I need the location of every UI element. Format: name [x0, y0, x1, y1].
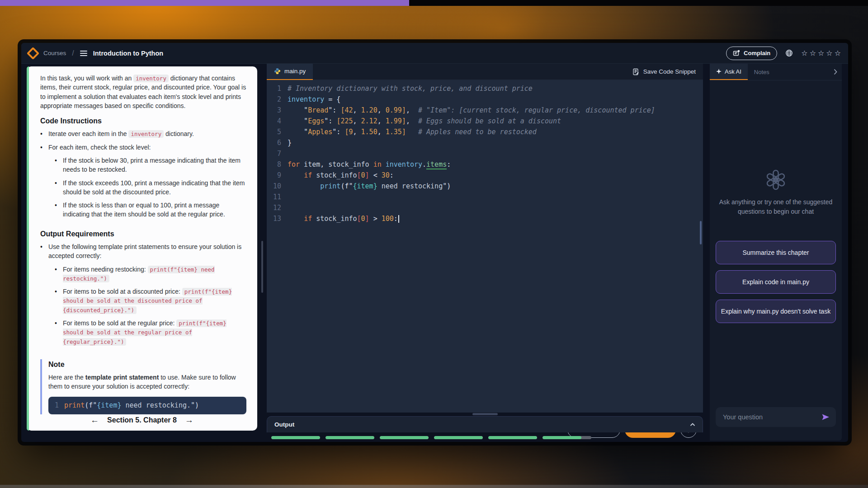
line-content: if stock_info[0] < 30: — [288, 171, 394, 179]
code-editor-area[interactable]: 1# Inventory dictionary with stock, pric… — [267, 80, 703, 413]
save-code-snippet-button[interactable]: Save Code Snippet — [630, 68, 703, 76]
sparkle-icon — [716, 69, 722, 74]
list-item-body: If the stock is below 30, print a messag… — [63, 156, 246, 174]
ai-suggestion-button[interactable]: Explain why main.py doesn't solve task — [716, 300, 836, 323]
task-description-panel: In this task, you will work with an inve… — [27, 66, 257, 431]
breadcrumb-separator: / — [72, 49, 74, 57]
code-token: need restocking. — [121, 401, 191, 409]
code-token: 2.12 — [361, 117, 377, 125]
code-token — [288, 182, 320, 190]
list-item-body: For items to be sold at the regular pric… — [63, 319, 246, 346]
code-line[interactable]: 6} — [267, 137, 703, 148]
complain-button[interactable]: Complain — [726, 47, 777, 60]
bullet-glyph: • — [55, 287, 58, 314]
note-code-block: 1print(f"{item} need restocking.") — [48, 397, 246, 415]
code-line[interactable]: 4 "Eggs": [225, 2.12, 1.99], # Eggs shou… — [267, 116, 703, 127]
send-icon[interactable] — [822, 414, 830, 420]
code-line[interactable]: 13 if stock_info[0] > 100: — [267, 213, 703, 224]
code-line-content: print(f"{item} need restocking.") — [64, 401, 199, 411]
code-line[interactable]: 8for item, stock_info in inventory.items… — [267, 159, 703, 170]
list-item-body: Iterate over each item in the inventory … — [48, 129, 194, 138]
chapter-label: Section 5. Chapter 8 — [107, 416, 177, 424]
star-icon[interactable]: ☆ — [835, 50, 841, 57]
code-line[interactable]: 12 — [267, 202, 703, 213]
line-number: 2 — [267, 95, 288, 103]
note-paragraph: Here are the template print statement to… — [48, 373, 246, 391]
code-token: : — [390, 171, 394, 179]
brand-logo-icon[interactable] — [27, 47, 39, 59]
code-token: need restocking — [377, 182, 443, 190]
desktop-background: Courses / Introduction to Python Complai… — [0, 0, 868, 488]
star-icon[interactable]: ☆ — [826, 50, 832, 57]
line-content: inventory = { — [288, 95, 340, 103]
ai-hint-text: Ask anything or try one of the suggested… — [719, 197, 833, 216]
code-token: . — [422, 160, 426, 169]
chapter-progress-bar — [271, 436, 591, 439]
list-item-body: For items needing restocking: print(f"{i… — [63, 265, 246, 283]
line-number: 11 — [267, 193, 288, 201]
progress-fill — [488, 436, 537, 439]
task-panel-scrollbar[interactable] — [261, 241, 263, 293]
output-drag-handle[interactable] — [472, 413, 498, 415]
rating-stars[interactable]: ☆☆☆☆☆ — [801, 50, 841, 57]
code-token — [406, 128, 418, 136]
code-line[interactable]: 5 "Apples": [9, 1.50, 1.35] # Apples nee… — [267, 127, 703, 137]
chapter-pager: ← Section 5. Chapter 8 → — [27, 415, 257, 425]
chevron-up-icon[interactable] — [690, 423, 695, 427]
language-globe-icon[interactable] — [785, 49, 793, 57]
code-token — [288, 171, 304, 179]
course-menu-icon[interactable] — [80, 51, 87, 56]
code-token: 225 — [340, 117, 353, 125]
star-icon[interactable]: ☆ — [818, 50, 824, 57]
code-line[interactable]: 1# Inventory dictionary with stock, pric… — [267, 83, 703, 94]
editor-tab-bar: main.py Save Code Snippet — [267, 64, 703, 80]
code-line[interactable]: 9 if stock_info[0] < 30: — [267, 170, 703, 181]
ai-suggestions: Summarize this chapterExplain code in ma… — [716, 241, 836, 323]
task-paragraph: In this task, you will work with an inve… — [40, 74, 246, 110]
tab-ask-ai[interactable]: Ask AI — [710, 64, 748, 80]
code-token: (f" — [85, 401, 97, 409]
code-token: Apples — [308, 128, 332, 136]
breadcrumb-courses[interactable]: Courses — [43, 50, 66, 56]
ai-suggestion-button[interactable]: Explain code in main.py — [716, 270, 836, 294]
tab-main-py[interactable]: main.py — [267, 64, 313, 80]
progress-segment — [380, 436, 429, 439]
collapse-panel-button[interactable] — [834, 69, 842, 75]
code-line[interactable]: 3 "Bread": [42, 1.20, 0.99], # "Item": [… — [267, 105, 703, 116]
section-heading: Output Requirements — [40, 229, 246, 239]
editor-scrollbar[interactable] — [700, 221, 702, 244]
tab-notes[interactable]: Notes — [748, 69, 776, 75]
code-line-number: 1 — [55, 401, 59, 411]
code-token: 1.50 — [361, 128, 377, 136]
star-icon[interactable]: ☆ — [801, 50, 807, 57]
inline-code: inventory — [133, 75, 169, 82]
code-line[interactable]: 2inventory = { — [267, 94, 703, 105]
list-item: •For items needing restocking: print(f"{… — [55, 265, 246, 283]
code-token: Eggs — [308, 117, 324, 125]
next-chapter-button[interactable]: → — [185, 415, 193, 425]
code-token: , — [353, 106, 361, 114]
code-token: items — [426, 160, 447, 169]
list-item: •For each item, check the stock level:•I… — [40, 143, 246, 223]
code-token: 0 — [361, 171, 365, 179]
code-token: < — [369, 171, 382, 179]
code-line[interactable]: 10 print(f"{item} need restocking") — [267, 181, 703, 192]
section-heading: Code Instructions — [40, 116, 246, 126]
line-number: 3 — [267, 106, 288, 114]
code-line[interactable]: 11 — [267, 192, 703, 202]
code-token: for — [288, 160, 300, 169]
output-panel-header[interactable]: Output — [267, 416, 703, 432]
list-item: •If the stock exceeds 100, print a messa… — [55, 178, 246, 197]
progress-segment — [326, 436, 374, 439]
list-item-text: For items to be sold at the regular pric… — [63, 319, 246, 346]
code-token: , — [353, 128, 361, 136]
code-token: if — [304, 171, 312, 179]
code-line[interactable]: 7 — [267, 148, 703, 159]
line-content: "Apples": [9, 1.50, 1.35] # Apples need … — [288, 128, 537, 136]
ai-question-input[interactable] — [722, 413, 822, 421]
prev-chapter-button[interactable]: ← — [90, 415, 99, 425]
ai-suggestion-button[interactable]: Summarize this chapter — [716, 241, 836, 264]
code-token: 0 — [361, 215, 365, 223]
star-icon[interactable]: ☆ — [810, 50, 816, 57]
code-token: ] — [365, 171, 369, 179]
